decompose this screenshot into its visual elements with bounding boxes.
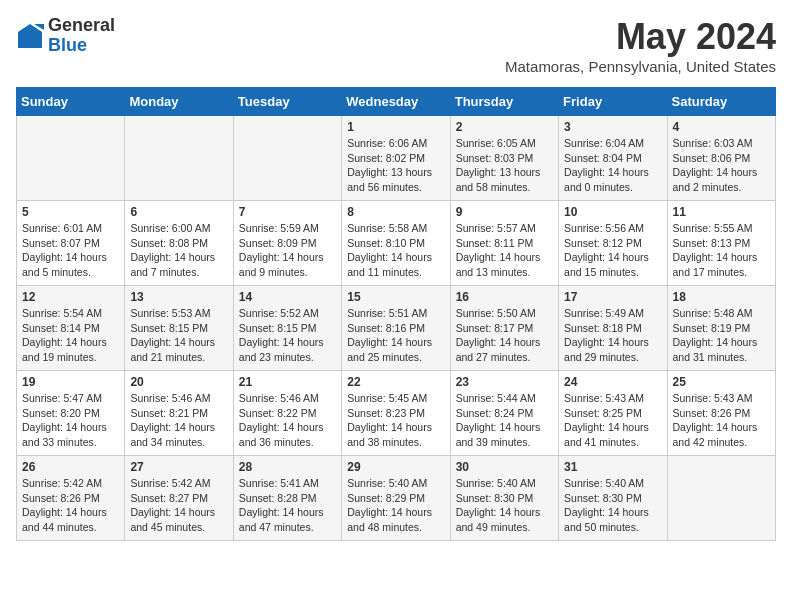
day-info: Sunrise: 5:54 AM Sunset: 8:14 PM Dayligh… xyxy=(22,306,119,365)
day-number: 4 xyxy=(673,120,770,134)
day-header-sunday: Sunday xyxy=(17,88,125,116)
calendar-cell: 25Sunrise: 5:43 AM Sunset: 8:26 PM Dayli… xyxy=(667,371,775,456)
day-info: Sunrise: 6:00 AM Sunset: 8:08 PM Dayligh… xyxy=(130,221,227,280)
day-info: Sunrise: 6:06 AM Sunset: 8:02 PM Dayligh… xyxy=(347,136,444,195)
svg-marker-0 xyxy=(18,24,42,48)
calendar-cell: 19Sunrise: 5:47 AM Sunset: 8:20 PM Dayli… xyxy=(17,371,125,456)
day-info: Sunrise: 6:01 AM Sunset: 8:07 PM Dayligh… xyxy=(22,221,119,280)
day-number: 12 xyxy=(22,290,119,304)
day-number: 28 xyxy=(239,460,336,474)
day-info: Sunrise: 6:05 AM Sunset: 8:03 PM Dayligh… xyxy=(456,136,553,195)
day-number: 22 xyxy=(347,375,444,389)
calendar-cell: 21Sunrise: 5:46 AM Sunset: 8:22 PM Dayli… xyxy=(233,371,341,456)
day-number: 24 xyxy=(564,375,661,389)
day-number: 23 xyxy=(456,375,553,389)
day-number: 11 xyxy=(673,205,770,219)
day-info: Sunrise: 5:44 AM Sunset: 8:24 PM Dayligh… xyxy=(456,391,553,450)
calendar-cell: 1Sunrise: 6:06 AM Sunset: 8:02 PM Daylig… xyxy=(342,116,450,201)
week-row-1: 1Sunrise: 6:06 AM Sunset: 8:02 PM Daylig… xyxy=(17,116,776,201)
calendar-cell: 11Sunrise: 5:55 AM Sunset: 8:13 PM Dayli… xyxy=(667,201,775,286)
week-row-2: 5Sunrise: 6:01 AM Sunset: 8:07 PM Daylig… xyxy=(17,201,776,286)
calendar-cell: 13Sunrise: 5:53 AM Sunset: 8:15 PM Dayli… xyxy=(125,286,233,371)
calendar-cell: 7Sunrise: 5:59 AM Sunset: 8:09 PM Daylig… xyxy=(233,201,341,286)
calendar-cell: 29Sunrise: 5:40 AM Sunset: 8:29 PM Dayli… xyxy=(342,456,450,541)
calendar-cell: 3Sunrise: 6:04 AM Sunset: 8:04 PM Daylig… xyxy=(559,116,667,201)
day-info: Sunrise: 5:40 AM Sunset: 8:30 PM Dayligh… xyxy=(456,476,553,535)
day-number: 27 xyxy=(130,460,227,474)
calendar-cell: 9Sunrise: 5:57 AM Sunset: 8:11 PM Daylig… xyxy=(450,201,558,286)
calendar-cell: 15Sunrise: 5:51 AM Sunset: 8:16 PM Dayli… xyxy=(342,286,450,371)
calendar-cell: 17Sunrise: 5:49 AM Sunset: 8:18 PM Dayli… xyxy=(559,286,667,371)
day-number: 16 xyxy=(456,290,553,304)
week-row-5: 26Sunrise: 5:42 AM Sunset: 8:26 PM Dayli… xyxy=(17,456,776,541)
day-number: 14 xyxy=(239,290,336,304)
day-info: Sunrise: 5:40 AM Sunset: 8:30 PM Dayligh… xyxy=(564,476,661,535)
calendar-cell: 12Sunrise: 5:54 AM Sunset: 8:14 PM Dayli… xyxy=(17,286,125,371)
day-info: Sunrise: 5:46 AM Sunset: 8:21 PM Dayligh… xyxy=(130,391,227,450)
day-info: Sunrise: 5:46 AM Sunset: 8:22 PM Dayligh… xyxy=(239,391,336,450)
day-info: Sunrise: 5:48 AM Sunset: 8:19 PM Dayligh… xyxy=(673,306,770,365)
day-number: 10 xyxy=(564,205,661,219)
calendar-cell: 18Sunrise: 5:48 AM Sunset: 8:19 PM Dayli… xyxy=(667,286,775,371)
day-info: Sunrise: 5:51 AM Sunset: 8:16 PM Dayligh… xyxy=(347,306,444,365)
week-row-3: 12Sunrise: 5:54 AM Sunset: 8:14 PM Dayli… xyxy=(17,286,776,371)
subtitle: Matamoras, Pennsylvania, United States xyxy=(505,58,776,75)
calendar-cell: 31Sunrise: 5:40 AM Sunset: 8:30 PM Dayli… xyxy=(559,456,667,541)
day-number: 1 xyxy=(347,120,444,134)
day-number: 18 xyxy=(673,290,770,304)
day-info: Sunrise: 6:03 AM Sunset: 8:06 PM Dayligh… xyxy=(673,136,770,195)
day-header-monday: Monday xyxy=(125,88,233,116)
calendar-cell: 27Sunrise: 5:42 AM Sunset: 8:27 PM Dayli… xyxy=(125,456,233,541)
day-info: Sunrise: 5:43 AM Sunset: 8:25 PM Dayligh… xyxy=(564,391,661,450)
day-info: Sunrise: 5:40 AM Sunset: 8:29 PM Dayligh… xyxy=(347,476,444,535)
day-number: 31 xyxy=(564,460,661,474)
calendar-cell: 8Sunrise: 5:58 AM Sunset: 8:10 PM Daylig… xyxy=(342,201,450,286)
day-info: Sunrise: 5:50 AM Sunset: 8:17 PM Dayligh… xyxy=(456,306,553,365)
day-number: 25 xyxy=(673,375,770,389)
logo-text: General Blue xyxy=(48,16,115,56)
day-number: 13 xyxy=(130,290,227,304)
day-number: 6 xyxy=(130,205,227,219)
day-number: 30 xyxy=(456,460,553,474)
day-number: 17 xyxy=(564,290,661,304)
calendar-cell xyxy=(667,456,775,541)
day-info: Sunrise: 5:47 AM Sunset: 8:20 PM Dayligh… xyxy=(22,391,119,450)
day-info: Sunrise: 5:42 AM Sunset: 8:27 PM Dayligh… xyxy=(130,476,227,535)
calendar-cell: 2Sunrise: 6:05 AM Sunset: 8:03 PM Daylig… xyxy=(450,116,558,201)
calendar-cell xyxy=(233,116,341,201)
calendar-cell: 16Sunrise: 5:50 AM Sunset: 8:17 PM Dayli… xyxy=(450,286,558,371)
day-number: 15 xyxy=(347,290,444,304)
calendar-cell: 30Sunrise: 5:40 AM Sunset: 8:30 PM Dayli… xyxy=(450,456,558,541)
day-info: Sunrise: 5:58 AM Sunset: 8:10 PM Dayligh… xyxy=(347,221,444,280)
day-info: Sunrise: 5:57 AM Sunset: 8:11 PM Dayligh… xyxy=(456,221,553,280)
day-number: 5 xyxy=(22,205,119,219)
calendar-cell: 22Sunrise: 5:45 AM Sunset: 8:23 PM Dayli… xyxy=(342,371,450,456)
day-info: Sunrise: 5:53 AM Sunset: 8:15 PM Dayligh… xyxy=(130,306,227,365)
day-header-wednesday: Wednesday xyxy=(342,88,450,116)
day-number: 21 xyxy=(239,375,336,389)
logo-icon xyxy=(16,22,44,50)
day-info: Sunrise: 5:59 AM Sunset: 8:09 PM Dayligh… xyxy=(239,221,336,280)
day-info: Sunrise: 5:43 AM Sunset: 8:26 PM Dayligh… xyxy=(673,391,770,450)
calendar-cell: 4Sunrise: 6:03 AM Sunset: 8:06 PM Daylig… xyxy=(667,116,775,201)
day-header-thursday: Thursday xyxy=(450,88,558,116)
day-info: Sunrise: 5:45 AM Sunset: 8:23 PM Dayligh… xyxy=(347,391,444,450)
day-info: Sunrise: 5:55 AM Sunset: 8:13 PM Dayligh… xyxy=(673,221,770,280)
logo: General Blue xyxy=(16,16,115,56)
day-number: 3 xyxy=(564,120,661,134)
calendar-cell: 23Sunrise: 5:44 AM Sunset: 8:24 PM Dayli… xyxy=(450,371,558,456)
calendar-table: SundayMondayTuesdayWednesdayThursdayFrid… xyxy=(16,87,776,541)
day-info: Sunrise: 6:04 AM Sunset: 8:04 PM Dayligh… xyxy=(564,136,661,195)
day-number: 9 xyxy=(456,205,553,219)
title-block: May 2024 Matamoras, Pennsylvania, United… xyxy=(505,16,776,75)
calendar-cell xyxy=(17,116,125,201)
day-number: 19 xyxy=(22,375,119,389)
calendar-cell: 24Sunrise: 5:43 AM Sunset: 8:25 PM Dayli… xyxy=(559,371,667,456)
main-title: May 2024 xyxy=(505,16,776,58)
day-number: 26 xyxy=(22,460,119,474)
day-number: 20 xyxy=(130,375,227,389)
calendar-cell: 28Sunrise: 5:41 AM Sunset: 8:28 PM Dayli… xyxy=(233,456,341,541)
calendar-cell: 10Sunrise: 5:56 AM Sunset: 8:12 PM Dayli… xyxy=(559,201,667,286)
calendar-cell: 5Sunrise: 6:01 AM Sunset: 8:07 PM Daylig… xyxy=(17,201,125,286)
day-info: Sunrise: 5:56 AM Sunset: 8:12 PM Dayligh… xyxy=(564,221,661,280)
